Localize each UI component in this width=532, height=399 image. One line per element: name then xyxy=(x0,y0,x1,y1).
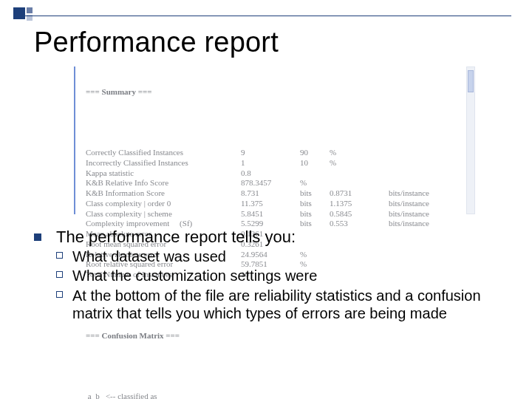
summary-label: Correctly Classified Instances xyxy=(86,148,241,158)
summary-value-1: 5.8451 xyxy=(241,209,300,219)
confusion-header: === Confusion Matrix === xyxy=(86,331,473,341)
confusion-blank-line xyxy=(86,361,473,372)
ornament-square-mid xyxy=(27,7,33,13)
summary-value-1: 8.731 xyxy=(241,188,300,199)
bullet-lvl2-text: What dataset was used xyxy=(72,248,226,265)
slide: Performance report === Summary === Corre… xyxy=(0,0,532,399)
bullet-lvl2: At the bottom of the file are reliabilit… xyxy=(56,287,502,323)
summary-value-3: % xyxy=(330,148,389,158)
summary-label: Class complexity | scheme xyxy=(86,209,241,219)
summary-value-3 xyxy=(330,168,389,179)
ornament-square-dark xyxy=(13,7,25,19)
summary-value-4: bits/instance xyxy=(389,199,429,209)
confusion-line: a b <-- classified as xyxy=(86,392,473,399)
summary-header: === Summary === xyxy=(86,87,473,98)
summary-value-1: 0.8 xyxy=(241,168,300,179)
summary-value-3 xyxy=(330,178,389,188)
summary-value-1: 1 xyxy=(241,158,300,168)
summary-row: K&B Relative Info Score878.3457% xyxy=(86,178,473,188)
bullet-lvl1: The performance report tells you: What d… xyxy=(34,228,502,322)
summary-row: Class complexity | order 011.375bits1.13… xyxy=(86,199,473,209)
summary-row: Class complexity | scheme5.8451bits0.584… xyxy=(86,209,473,219)
summary-value-2: bits xyxy=(300,199,330,209)
summary-value-4: bits/instance xyxy=(389,209,429,219)
summary-value-1: 11.375 xyxy=(241,199,300,209)
report-preview: === Summary === Correctly Classified Ins… xyxy=(74,66,473,214)
summary-value-1: 9 xyxy=(241,148,300,158)
summary-label: K&B Relative Info Score xyxy=(86,178,241,188)
bullet-lvl2-text: At the bottom of the file are reliabilit… xyxy=(72,287,481,321)
bullet-lvl2: What dataset was used xyxy=(56,248,502,265)
sub-bullet-list: What dataset was usedWhat the customizat… xyxy=(56,248,502,323)
confusion-lines: a b <-- classified as 5 0 | a = question… xyxy=(86,392,473,399)
summary-blank-line xyxy=(86,117,473,128)
summary-value-2: % xyxy=(300,178,330,188)
summary-row: Kappa statistic0.8 xyxy=(86,168,473,179)
summary-value-4: bits/instance xyxy=(389,188,429,199)
slide-body: The performance report tells you: What d… xyxy=(34,228,502,324)
summary-row: Incorrectly Classified Instances110% xyxy=(86,158,473,168)
bullet-lead-text: The performance report tells you: xyxy=(56,228,296,246)
bullet-lvl2-text: What the customization settings were xyxy=(72,267,317,284)
summary-value-1: 878.3457 xyxy=(241,178,300,188)
summary-row: K&B Information Score8.731bits0.8731bits… xyxy=(86,188,473,199)
summary-label: K&B Information Score xyxy=(86,188,241,199)
summary-value-3: 0.5845 xyxy=(330,209,389,219)
summary-value-2: bits xyxy=(300,188,330,199)
report-scrollbar[interactable] xyxy=(466,66,475,214)
summary-value-3: 1.1375 xyxy=(330,199,389,209)
summary-label: Incorrectly Classified Instances xyxy=(86,158,241,168)
horizontal-rule xyxy=(24,16,511,16)
summary-value-2: 10 xyxy=(300,158,330,168)
summary-value-2 xyxy=(300,168,330,179)
slide-title: Performance report xyxy=(34,27,279,58)
summary-value-2: bits xyxy=(300,209,330,219)
summary-label: Class complexity | order 0 xyxy=(86,199,241,209)
summary-value-2: 90 xyxy=(300,148,330,158)
summary-row: Correctly Classified Instances990% xyxy=(86,148,473,158)
summary-label: Kappa statistic xyxy=(86,168,241,179)
bullet-lvl2: What the customization settings were xyxy=(56,267,502,284)
summary-value-3: % xyxy=(330,158,389,168)
scrollbar-thumb[interactable] xyxy=(468,70,474,92)
summary-value-3: 0.8731 xyxy=(330,188,389,199)
